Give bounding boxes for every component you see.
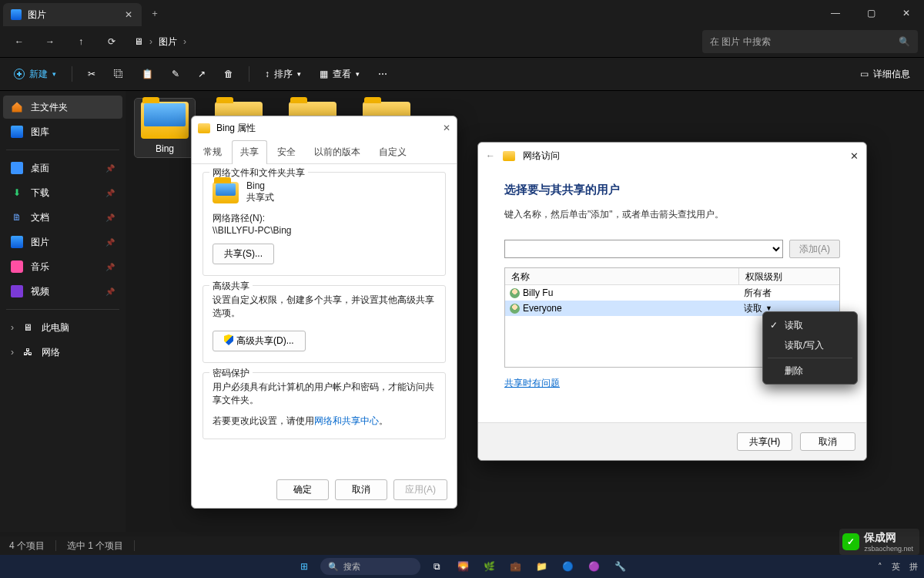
sidebar-item-music[interactable]: 音乐📌 bbox=[3, 255, 122, 278]
back-button[interactable]: ← bbox=[6, 30, 32, 53]
watermark-url: zsbaocheng.net bbox=[864, 545, 913, 553]
search-input[interactable]: 在 图片 中搜索 🔍 bbox=[702, 30, 918, 53]
breadcrumb-segment[interactable]: 图片 bbox=[159, 35, 177, 49]
new-button[interactable]: 新建 ▾ bbox=[6, 62, 64, 86]
window-tab[interactable]: 图片 ✕ bbox=[3, 3, 142, 26]
cancel-button[interactable]: 取消 bbox=[800, 432, 855, 451]
tab-previous-versions[interactable]: 以前的版本 bbox=[306, 140, 369, 164]
menu-item-readwrite[interactable]: 读取/写入 bbox=[763, 335, 857, 355]
up-button[interactable]: ↑ bbox=[68, 30, 94, 53]
folder-icon bbox=[503, 151, 515, 161]
app-icon[interactable]: 🔧 bbox=[610, 558, 630, 575]
menu-item-remove[interactable]: 删除 bbox=[763, 361, 857, 381]
taskbar: ⊞ 🔍搜索 ⧉ 🌄 🌿 💼 📁 🔵 🟣 🔧 ˄ 英 拼 bbox=[0, 555, 924, 578]
new-tab-button[interactable]: ＋ bbox=[142, 0, 168, 26]
chevron-down-icon: ▾ bbox=[52, 70, 56, 78]
edge-icon[interactable]: 🔵 bbox=[557, 558, 578, 575]
folder-label: Bing bbox=[156, 143, 174, 154]
document-icon: 🗎 bbox=[11, 211, 23, 223]
check-icon: ✓ bbox=[770, 320, 778, 331]
scissors-icon: ✂ bbox=[88, 69, 95, 79]
close-window-button[interactable]: ✕ bbox=[889, 0, 924, 26]
app-icon[interactable]: 🟣 bbox=[584, 558, 604, 575]
cut-button[interactable]: ✂ bbox=[80, 62, 103, 86]
start-button[interactable]: ⊞ bbox=[294, 558, 314, 575]
sidebar-item-downloads[interactable]: ⬇下载📌 bbox=[3, 181, 122, 204]
refresh-button[interactable]: ⟳ bbox=[99, 30, 125, 53]
tab-security[interactable]: 安全 bbox=[269, 140, 304, 164]
network-access-dialog: ← 网络访问 ✕ 选择要与其共享的用户 键入名称，然后单击"添加"，或者单击箭头… bbox=[477, 142, 867, 461]
user-combobox[interactable] bbox=[504, 240, 783, 258]
delete-button[interactable]: 🗑 bbox=[216, 62, 241, 86]
forward-button[interactable]: → bbox=[37, 30, 63, 53]
search-icon: 🔍 bbox=[899, 36, 910, 47]
tab-general[interactable]: 常规 bbox=[195, 140, 230, 164]
network-center-link[interactable]: 网络和共享中心 bbox=[314, 415, 379, 426]
app-icon[interactable]: 🌿 bbox=[479, 558, 499, 575]
sidebar-item-pictures[interactable]: 图片📌 bbox=[3, 230, 122, 254]
pin-icon: 📌 bbox=[105, 263, 115, 271]
folder-item[interactable]: Bing bbox=[135, 99, 195, 157]
sidebar-item-documents[interactable]: 🗎文档📌 bbox=[3, 206, 122, 229]
close-icon[interactable]: ✕ bbox=[850, 150, 859, 162]
close-tab-icon[interactable]: ✕ bbox=[125, 9, 132, 20]
dialog-footer: 确定 取消 应用(A) bbox=[192, 472, 457, 508]
dialog-titlebar[interactable]: ← 网络访问 ✕ bbox=[478, 143, 866, 169]
network-path-label: 网络路径(N): bbox=[213, 212, 436, 225]
sidebar-item-videos[interactable]: 视频📌 bbox=[3, 280, 122, 303]
sidebar-item-desktop[interactable]: 桌面📌 bbox=[3, 156, 122, 180]
view-button[interactable]: ▦查看▾ bbox=[312, 62, 367, 86]
maximize-button[interactable]: ▢ bbox=[853, 0, 889, 26]
back-icon[interactable]: ← bbox=[486, 150, 495, 161]
taskbar-search[interactable]: 🔍搜索 bbox=[320, 558, 420, 575]
paste-button[interactable]: 📋 bbox=[134, 62, 161, 86]
breadcrumb[interactable]: 🖥 › 图片 › bbox=[134, 35, 186, 49]
minimize-button[interactable]: — bbox=[818, 0, 853, 26]
titlebar: 图片 ✕ ＋ — ▢ ✕ bbox=[0, 0, 924, 26]
app-icon[interactable]: 💼 bbox=[505, 558, 525, 575]
more-button[interactable]: ⋯ bbox=[370, 62, 395, 86]
sidebar-item-gallery[interactable]: 图库 bbox=[3, 120, 122, 143]
table-row[interactable]: Billy Fu 所有者 bbox=[505, 285, 839, 301]
rename-button[interactable]: ✎ bbox=[164, 62, 187, 86]
dialog-titlebar[interactable]: Bing 属性 ✕ bbox=[192, 116, 457, 139]
pictures-icon bbox=[11, 236, 23, 248]
advanced-share-button[interactable]: 高级共享(D)... bbox=[213, 331, 306, 351]
rename-icon: ✎ bbox=[172, 69, 179, 79]
copy-icon: ⿻ bbox=[114, 69, 123, 79]
tab-sharing[interactable]: 共享 bbox=[232, 140, 267, 164]
menu-item-read[interactable]: ✓读取 bbox=[763, 315, 857, 335]
permission-context-menu: ✓读取 读取/写入 删除 bbox=[762, 311, 858, 385]
share-button[interactable]: ↗ bbox=[190, 62, 213, 86]
table-header: 名称 权限级别 bbox=[505, 268, 839, 285]
details-pane-button[interactable]: ▭详细信息 bbox=[852, 62, 918, 86]
sidebar-item-this-pc[interactable]: ›🖥此电脑 bbox=[3, 316, 122, 339]
ok-button[interactable]: 确定 bbox=[276, 479, 329, 500]
copy-button[interactable]: ⿻ bbox=[106, 62, 131, 86]
tab-customize[interactable]: 自定义 bbox=[370, 140, 415, 164]
app-icon[interactable]: 🌄 bbox=[453, 558, 473, 575]
chevron-right-icon: › bbox=[11, 322, 14, 333]
pin-icon: 📌 bbox=[105, 189, 115, 197]
col-permission: 权限级别 bbox=[739, 268, 839, 284]
desktop-icon bbox=[11, 162, 23, 174]
sidebar-item-network[interactable]: ›🖧网络 bbox=[3, 341, 122, 364]
share-button[interactable]: 共享(H) bbox=[737, 432, 792, 451]
apply-button[interactable]: 应用(A) bbox=[393, 479, 447, 500]
share-button[interactable]: 共享(S)... bbox=[213, 244, 274, 264]
tray-chevron-icon[interactable]: ˄ bbox=[878, 562, 882, 572]
explorer-icon[interactable]: 📁 bbox=[531, 558, 551, 575]
everyone-icon bbox=[510, 304, 520, 314]
close-icon[interactable]: ✕ bbox=[443, 123, 450, 133]
ime-mode[interactable]: 拼 bbox=[909, 561, 918, 573]
system-tray[interactable]: ˄ 英 拼 bbox=[878, 561, 918, 573]
advanced-share-group: 高级共享 设置自定义权限，创建多个共享，并设置其他高级共享选项。 高级共享(D)… bbox=[203, 285, 446, 363]
selection-count: 选中 1 个项目 bbox=[67, 539, 123, 553]
task-view-button[interactable]: ⧉ bbox=[427, 558, 447, 575]
col-name: 名称 bbox=[505, 268, 739, 284]
ime-lang[interactable]: 英 bbox=[892, 561, 900, 573]
sort-button[interactable]: ↕排序▾ bbox=[257, 62, 309, 86]
cancel-button[interactable]: 取消 bbox=[335, 479, 387, 500]
sidebar-item-home[interactable]: 主文件夹 bbox=[3, 96, 122, 119]
add-button[interactable]: 添加(A) bbox=[789, 240, 840, 258]
